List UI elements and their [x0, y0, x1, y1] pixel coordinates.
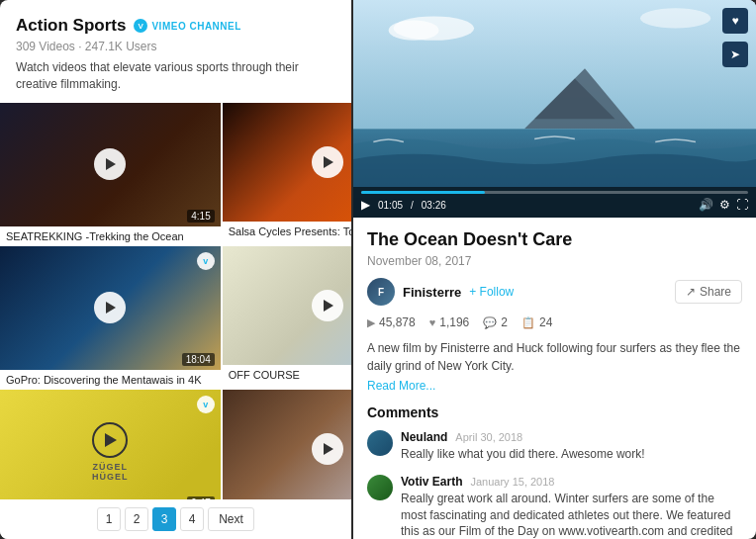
stats-row: ▶ 45,878 ♥ 1,196 💬 2 📋 24: [367, 315, 742, 329]
video-thumbnail-5: ZÜGELHÜGEL v9:47: [0, 390, 221, 499]
author-name: Finisterre: [403, 285, 461, 300]
video-title: The Ocean Doesn't Care: [367, 229, 742, 250]
page-button-1[interactable]: 1: [97, 507, 121, 531]
svg-point-6: [640, 8, 710, 28]
play-pause-button[interactable]: ▶: [361, 198, 370, 212]
notes-stat: 📋 24: [521, 315, 552, 329]
top-controls: ♥ ➤: [722, 8, 748, 67]
vimeo-badge-5: v: [197, 396, 215, 413]
comment-icon: 💬: [483, 316, 497, 329]
volume-icon[interactable]: 🔊: [699, 198, 713, 212]
comment-text-1: Really great work all around. Winter sur…: [401, 491, 742, 539]
video-label-4: OFF COURSE: [223, 365, 351, 383]
video-thumbnail-6: [223, 390, 351, 499]
pagination: 1234Next: [0, 499, 351, 539]
channel-title: Action Sports: [16, 16, 126, 36]
notes-icon: 📋: [521, 316, 535, 329]
vimeo-badge-3: v: [197, 252, 215, 270]
heart-button[interactable]: ♥: [722, 8, 748, 34]
video-detail: The Ocean Doesn't Care November 08, 2017…: [353, 218, 756, 539]
video-duration-5: 9:47: [187, 496, 214, 499]
page-button-2[interactable]: 2: [125, 507, 148, 531]
video-duration-1: 4:15: [187, 210, 214, 223]
channel-meta: 309 Videos · 247.1K Users: [16, 40, 335, 53]
like-icon: ♥: [429, 316, 436, 328]
video-item-6[interactable]: Black Diamond Presents: Rhythm: [223, 390, 351, 499]
comment-item-0: NeulandApril 30, 2018Really like what yo…: [367, 430, 742, 463]
video-item-5[interactable]: ZÜGELHÜGEL v9:47Zügel The Hügel // Full …: [0, 390, 221, 499]
comments-title: Comments: [367, 404, 742, 420]
play-button-4[interactable]: [312, 290, 343, 321]
player-controls: ▶ 01:05 / 03:26 🔊 ⚙ ⛶: [353, 187, 756, 218]
page-button-3[interactable]: 3: [152, 507, 176, 531]
play-button-3[interactable]: [94, 292, 126, 323]
video-duration-3: 18:04: [182, 353, 215, 366]
author-row: F Finisterre + Follow ↗ Share: [367, 278, 742, 306]
comment-avatar-0: [367, 430, 393, 456]
channel-description: Watch videos that elevate various sports…: [16, 59, 335, 93]
time-separator: /: [411, 200, 414, 211]
video-label-3: GoPro: Discovering the Mentawais in 4K: [0, 370, 221, 388]
player-background: [353, 0, 756, 218]
video-date: November 08, 2017: [367, 254, 742, 268]
video-item-4[interactable]: 12OFF COURSE: [223, 246, 351, 388]
author-avatar: F: [367, 278, 395, 306]
progress-bar[interactable]: [361, 191, 748, 194]
video-grid: 4:15SEATREKKING -Trekking the OceanSalsa…: [0, 103, 351, 499]
video-item-1[interactable]: 4:15SEATREKKING -Trekking the Ocean: [0, 103, 221, 244]
video-player[interactable]: ♥ ➤ ▶ 01:05 / 03:26 🔊 ⚙: [353, 0, 756, 218]
share-icon-button[interactable]: ➤: [722, 42, 748, 67]
share-icon: ↗: [686, 285, 696, 299]
page-button-4[interactable]: 4: [180, 507, 204, 531]
video-thumbnail-1: 4:15: [0, 103, 221, 226]
video-description: A new film by Finisterre and Huck follow…: [367, 339, 742, 375]
fullscreen-icon[interactable]: ⛶: [736, 198, 748, 212]
vimeo-icon: v: [134, 19, 147, 33]
comment-text-0: Really like what you did there. Awesome …: [401, 446, 645, 463]
time-current: 01:05: [378, 200, 403, 211]
video-item-3[interactable]: v18:04GoPro: Discovering the Mentawais i…: [0, 246, 221, 388]
channel-header: Action Sports v VIMEO CHANNEL 309 Videos…: [0, 0, 351, 103]
likes-stat: ♥ 1,196: [429, 315, 470, 329]
comment-avatar-1: [367, 475, 393, 500]
page-next-button[interactable]: Next: [208, 507, 254, 531]
comment-date-0: April 30, 2018: [455, 431, 522, 443]
play-icon: ▶: [367, 316, 375, 329]
comment-item-1: Votiv EarthJanuary 15, 2018Really great …: [367, 475, 742, 539]
comment-author-0: Neuland: [401, 430, 447, 444]
right-panel: ♥ ➤ ▶ 01:05 / 03:26 🔊 ⚙: [353, 0, 756, 539]
video-thumbnail-4: 12: [223, 246, 351, 365]
video-label-1: SEATREKKING -Trekking the Ocean: [0, 226, 221, 244]
video-thumbnail-2: [223, 103, 351, 222]
video-item-2[interactable]: Salsa Cycles Presents: Touching The S...: [223, 103, 351, 244]
play-button-6[interactable]: [312, 433, 343, 465]
play-button-2[interactable]: [312, 146, 343, 178]
comment-date-1: January 15, 2018: [470, 476, 554, 488]
video-thumbnail-3: v18:04: [0, 246, 221, 370]
video-label-2: Salsa Cycles Presents: Touching The S...: [223, 222, 351, 239]
comments-stat: 💬 2: [483, 315, 508, 329]
follow-button[interactable]: + Follow: [469, 285, 514, 299]
play-button-1[interactable]: [94, 148, 126, 180]
plays-stat: ▶ 45,878: [367, 315, 416, 329]
comments-section: Comments NeulandApril 30, 2018Really lik…: [367, 404, 742, 539]
time-total: 03:26: [422, 200, 446, 211]
svg-point-5: [389, 20, 439, 40]
share-button[interactable]: ↗ Share: [675, 280, 742, 304]
progress-fill: [361, 191, 485, 194]
settings-icon[interactable]: ⚙: [719, 198, 730, 212]
left-panel: Action Sports v VIMEO CHANNEL 309 Videos…: [0, 0, 351, 539]
comments-list: NeulandApril 30, 2018Really like what yo…: [367, 430, 742, 539]
comment-author-1: Votiv Earth: [401, 475, 462, 489]
vimeo-badge: v VIMEO CHANNEL: [134, 19, 240, 33]
read-more-link[interactable]: Read More...: [367, 379, 742, 393]
